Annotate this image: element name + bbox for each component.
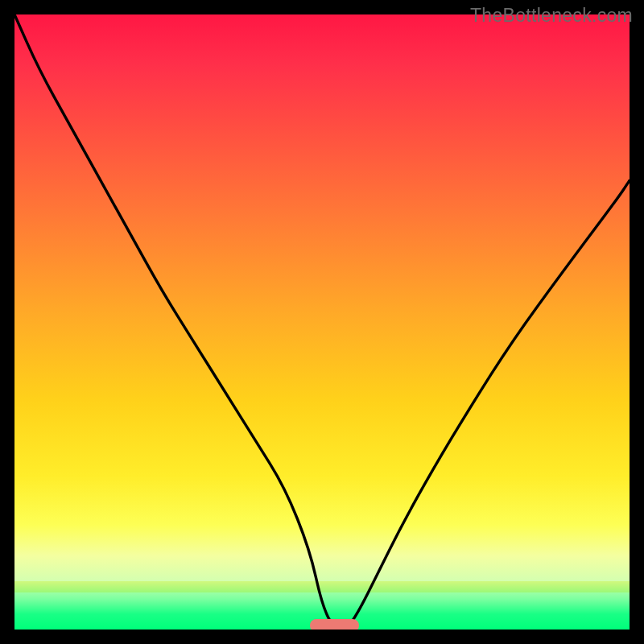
curve-layer (14, 14, 630, 630)
optimal-marker (310, 619, 359, 630)
bottleneck-curve (14, 14, 630, 630)
chart-frame: TheBottleneck.com (0, 0, 644, 644)
plot-area (14, 14, 630, 630)
watermark-text: TheBottleneck.com (470, 5, 633, 27)
